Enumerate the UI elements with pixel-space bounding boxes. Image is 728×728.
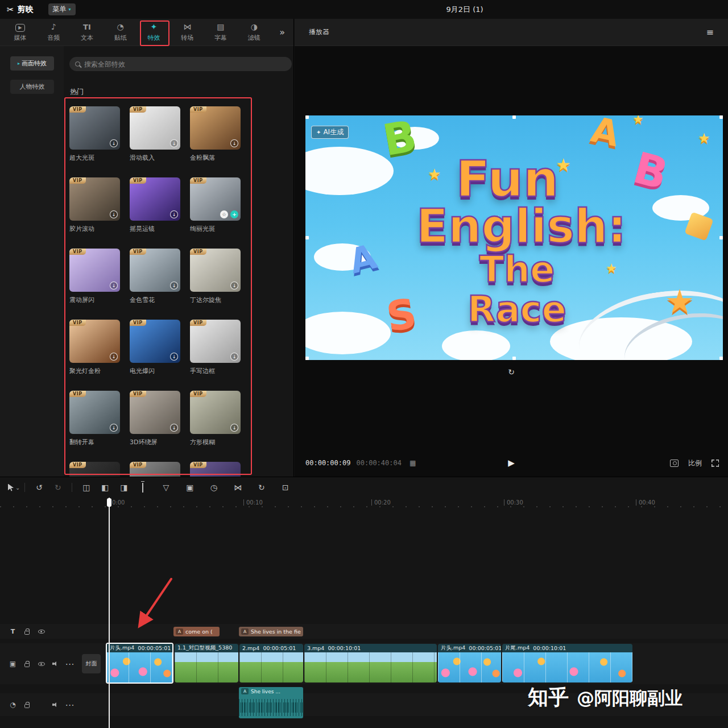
menu-button[interactable]: 菜单 ▾ [48, 3, 76, 15]
download-icon[interactable]: ↓ [170, 424, 178, 432]
tab-filter[interactable]: ◑ 滤镜 [237, 22, 271, 42]
effect-thumbnail[interactable]: VIP ↓ [130, 462, 180, 477]
resize-handle[interactable] [719, 236, 723, 239]
rotate-button[interactable]: ↻ [252, 483, 271, 492]
timeline-video-clip-selected[interactable]: 片头.mp4 00:00:05:01 [106, 643, 173, 684]
chevron-down-icon[interactable]: ⌄ [15, 485, 20, 491]
download-icon[interactable]: ↓ [230, 139, 238, 147]
download-icon[interactable]: ↓ [170, 139, 178, 147]
delete-button[interactable] [133, 483, 152, 492]
resize-handle[interactable] [512, 115, 516, 119]
download-icon[interactable]: ↓ [170, 353, 178, 361]
download-icon[interactable]: ↓ [230, 353, 238, 361]
effect-card[interactable]: VIP ↓ [190, 462, 241, 477]
sidebar-item-character-effects[interactable]: 人物特效 [10, 80, 54, 94]
effect-thumbnail[interactable]: VIP ↓ [130, 177, 180, 221]
effect-thumbnail[interactable]: VIP ↓ [69, 320, 120, 363]
download-icon[interactable]: ↓ [230, 424, 238, 432]
timeline-audio-clip[interactable]: A She lives ... [239, 687, 303, 718]
favorite-star-icon[interactable]: ☆ [220, 210, 228, 218]
timeline-video-clip[interactable]: 2.mp4 00:00:05:01 [239, 644, 303, 682]
download-icon[interactable]: ↓ [170, 282, 178, 289]
tab-effects[interactable]: ✦ 特效 [137, 22, 171, 42]
hamburger-menu-icon[interactable]: ≡ [706, 27, 714, 38]
add-icon[interactable]: + [230, 210, 238, 218]
speed-button[interactable]: ◷ [204, 483, 223, 492]
timeline-text-clip[interactable]: A come on ( [173, 627, 220, 636]
effect-card[interactable]: VIP ↓ 3D环绕屏 [130, 391, 180, 446]
playhead-handle[interactable] [107, 498, 111, 507]
cover-button[interactable]: 封面 [82, 654, 101, 673]
effect-card[interactable]: VIP ↓ 震动屏闪 [69, 249, 120, 304]
timeline-text-clip[interactable]: A She lives in the fie [239, 627, 303, 636]
effect-thumbnail[interactable]: VIP ↓ [69, 177, 120, 221]
tab-sticker[interactable]: ◔ 贴纸 [104, 22, 137, 42]
split-button[interactable]: ◫ [77, 483, 96, 492]
search-input[interactable] [84, 60, 286, 68]
download-icon[interactable]: ↓ [230, 282, 238, 289]
more-icon[interactable]: ⋯ [63, 659, 77, 669]
video-preview[interactable]: B A B A S ★ ★ ★ ★ ★ ★ ★ Fun English: The… [305, 115, 723, 360]
effect-card[interactable]: VIP ↓ 丁达尔旋焦 [190, 249, 241, 304]
download-icon[interactable]: ↓ [110, 139, 118, 147]
speaker-icon[interactable] [48, 661, 63, 667]
effect-card[interactable]: VIP ↓ [69, 462, 120, 477]
effect-thumbnail[interactable]: VIP ↓ [130, 249, 180, 292]
mask-button[interactable]: ▽ [156, 483, 175, 492]
mirror-button[interactable]: ⋈ [228, 483, 247, 492]
effect-thumbnail[interactable]: VIP ↓ [190, 391, 241, 434]
effect-card[interactable]: VIP ↓ 方形模糊 [190, 391, 241, 446]
effect-card[interactable]: VIP ↓ 电光爆闪 [130, 320, 180, 375]
download-icon[interactable]: ↓ [170, 210, 178, 218]
tab-text[interactable]: TI 文本 [71, 22, 104, 42]
resize-handle[interactable] [719, 115, 723, 119]
timeline-video-clip[interactable]: 1.1_对口型视频_5380 [175, 644, 238, 682]
trim-left-button[interactable]: ◧ [96, 483, 114, 492]
resize-handle[interactable] [305, 236, 309, 239]
effect-card[interactable]: VIP ↓ 金色雪花 [130, 249, 180, 304]
frame-view-icon[interactable]: ▦ [410, 459, 416, 467]
playhead-line[interactable] [109, 498, 110, 728]
effect-card[interactable]: VIP ↓ 聚光灯金粉 [69, 320, 120, 375]
resize-handle[interactable] [305, 357, 309, 360]
effect-card[interactable]: VIP ☆ + 绚丽光斑 [190, 177, 241, 233]
more-tabs-button[interactable]: » [271, 27, 293, 38]
effect-card[interactable]: VIP ↓ 金粉飘落 [190, 106, 241, 162]
download-icon[interactable]: ↓ [110, 353, 118, 361]
crop-button[interactable]: ⊡ [276, 483, 295, 492]
effect-thumbnail[interactable]: VIP ↓ [190, 106, 241, 150]
effect-card[interactable]: VIP ↓ 超大光斑 [69, 106, 120, 162]
rotate-icon[interactable]: ↻ [508, 367, 515, 377]
effect-thumbnail[interactable]: VIP ↓ [69, 249, 120, 292]
effect-thumbnail[interactable]: VIP ↓ [190, 462, 241, 477]
tab-transition[interactable]: ⋈ 转场 [171, 22, 204, 42]
resize-handle[interactable] [512, 357, 516, 360]
effect-card[interactable]: VIP ↓ 滑动载入 [130, 106, 180, 162]
timeline-video-clip[interactable]: 3.mp4 00:00:10:01 [304, 644, 437, 682]
fullscreen-icon[interactable] [712, 460, 719, 467]
sidebar-item-screen-effects[interactable]: ▸ 画面特效 [10, 56, 54, 71]
tab-media[interactable]: ▶ 媒体 [3, 23, 37, 42]
effect-thumbnail[interactable]: VIP ↓ [190, 320, 241, 363]
effect-thumbnail[interactable]: VIP ☆ + [190, 177, 241, 221]
download-icon[interactable]: ↓ [110, 282, 118, 289]
play-button[interactable]: ▶ [508, 458, 515, 468]
eye-icon[interactable] [34, 630, 48, 634]
effect-card[interactable]: VIP ↓ 翻转开幕 [69, 391, 120, 446]
timeline-video-clip[interactable]: 片头.mp4 00:00:05:01 [438, 644, 501, 682]
resize-handle[interactable] [305, 115, 309, 119]
effect-thumbnail[interactable]: VIP ↓ [69, 106, 120, 150]
lock-icon[interactable] [20, 661, 34, 667]
trim-right-button[interactable]: ◨ [114, 483, 133, 492]
tab-captions[interactable]: ▤ 字幕 [204, 22, 238, 42]
effect-thumbnail[interactable]: VIP ↓ [130, 320, 180, 363]
effect-card[interactable]: VIP ↓ 摇晃运镜 [130, 177, 180, 233]
timeline-video-clip[interactable]: 片尾.mp4 00:00:10:01 [502, 644, 632, 682]
undo-button[interactable]: ↺ [30, 483, 48, 492]
speaker-icon[interactable] [48, 702, 63, 708]
effect-card[interactable]: VIP ↓ 手写边框 [190, 320, 241, 375]
eye-icon[interactable] [34, 662, 48, 666]
tab-audio[interactable]: ♪ 音频 [37, 22, 71, 42]
lock-icon[interactable] [20, 628, 34, 635]
download-icon[interactable]: ↓ [110, 424, 118, 432]
